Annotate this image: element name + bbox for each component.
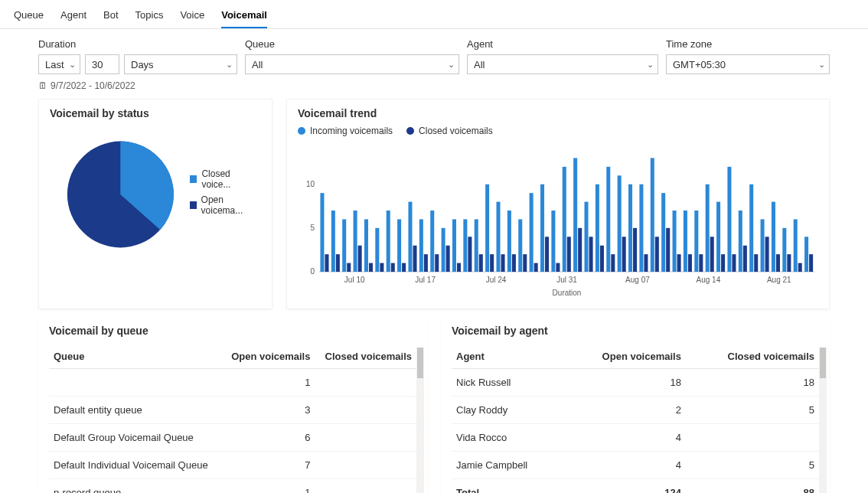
tabbar: Queue Agent Bot Topics Voice Voicemail (0, 0, 868, 29)
svg-rect-66 (655, 237, 659, 272)
svg-rect-78 (721, 254, 725, 272)
table-row[interactable]: Default entity queue3 (49, 397, 416, 424)
queue-table-title: Voicemail by queue (49, 325, 416, 337)
col-queue[interactable]: Queue (49, 344, 222, 369)
svg-rect-29 (452, 219, 456, 272)
svg-rect-20 (402, 263, 406, 272)
svg-rect-75 (706, 184, 710, 272)
legend-closed[interactable]: Closed voice... (190, 168, 261, 190)
agent-label: Agent (467, 38, 658, 50)
svg-rect-64 (644, 254, 648, 272)
svg-rect-54 (589, 237, 593, 272)
col-closed[interactable]: Closed voicemails (686, 344, 819, 369)
svg-rect-22 (413, 246, 416, 272)
total-row: Total12488 (452, 479, 819, 494)
tab-queue[interactable]: Queue (14, 5, 44, 28)
status-legend: Closed voice... Open voicema... (190, 168, 261, 220)
svg-rect-19 (397, 219, 401, 272)
svg-rect-26 (435, 254, 439, 272)
scrollbar-thumb[interactable] (820, 348, 826, 378)
svg-rect-35 (485, 184, 489, 272)
svg-rect-73 (694, 211, 698, 272)
table-row[interactable]: p-record queue1 (49, 479, 416, 494)
table-row[interactable]: Default Group Voicemail Queue6 (49, 424, 416, 452)
queue-label: Queue (245, 38, 459, 50)
filter-bar: Duration Last⌄ 30 Days⌄ Queue All⌄ Agent… (0, 29, 868, 77)
svg-rect-28 (446, 246, 450, 272)
scrollbar[interactable] (416, 348, 424, 493)
swatch-icon (190, 175, 197, 183)
svg-rect-69 (673, 211, 677, 272)
col-open[interactable]: Open voicemails (563, 344, 686, 369)
table-row[interactable]: Vida Rocco4 (452, 424, 819, 452)
queue-select[interactable]: All⌄ (245, 54, 459, 74)
svg-rect-31 (463, 219, 467, 272)
scrollbar[interactable] (819, 348, 827, 493)
svg-rect-42 (523, 254, 527, 272)
col-open[interactable]: Open voicemails (222, 344, 315, 369)
chevron-down-icon: ⌄ (448, 60, 455, 70)
svg-rect-24 (424, 254, 428, 272)
swatch-icon (406, 127, 414, 135)
svg-rect-34 (479, 254, 483, 272)
svg-rect-57 (606, 167, 610, 272)
svg-rect-37 (496, 202, 500, 272)
svg-rect-71 (684, 211, 687, 272)
timezone-label: Time zone (666, 38, 830, 50)
scrollbar-thumb[interactable] (417, 348, 423, 378)
svg-rect-14 (369, 263, 373, 272)
agent-table: Agent Open voicemails Closed voicemails … (452, 344, 819, 493)
svg-text:Jul 31: Jul 31 (556, 276, 577, 284)
table-row[interactable]: Jamie Campbell45 (452, 452, 819, 479)
tab-voicemail[interactable]: Voicemail (221, 5, 267, 28)
svg-rect-15 (375, 228, 379, 272)
chevron-down-icon: ⌄ (818, 60, 825, 70)
svg-rect-17 (387, 211, 390, 272)
legend-open[interactable]: Open voicema... (190, 194, 261, 216)
svg-rect-74 (699, 254, 703, 272)
svg-text:5: 5 (310, 224, 315, 232)
duration-mode-select[interactable]: Last⌄ (38, 54, 80, 74)
legend-closed-trend[interactable]: Closed voicemails (406, 126, 493, 136)
duration-value-input[interactable]: 30 (85, 54, 119, 74)
svg-rect-53 (585, 202, 589, 272)
table-row[interactable]: Clay Roddy25 (452, 397, 819, 424)
svg-rect-39 (507, 211, 511, 272)
svg-rect-56 (600, 246, 604, 272)
queue-table: Queue Open voicemails Closed voicemails … (49, 344, 416, 493)
date-range: 🗓 9/7/2022 - 10/6/2022 (0, 77, 868, 91)
col-closed[interactable]: Closed voicemails (315, 344, 416, 369)
tab-bot[interactable]: Bot (103, 5, 119, 28)
svg-rect-83 (749, 184, 753, 272)
agent-select[interactable]: All⌄ (467, 54, 658, 74)
svg-rect-8 (336, 254, 340, 272)
svg-rect-18 (391, 263, 395, 272)
status-card-title: Voicemail by status (50, 107, 261, 119)
svg-rect-70 (677, 254, 681, 272)
tab-topics[interactable]: Topics (135, 5, 164, 28)
svg-rect-67 (661, 193, 665, 272)
table-row[interactable]: 1 (49, 369, 416, 397)
svg-rect-62 (633, 228, 637, 272)
svg-rect-33 (475, 219, 478, 272)
svg-text:Jul 17: Jul 17 (415, 276, 436, 284)
table-row[interactable]: Nick Russell1818 (452, 369, 819, 397)
svg-rect-63 (639, 184, 643, 272)
svg-text:Duration: Duration (553, 289, 582, 297)
svg-rect-61 (628, 184, 632, 272)
timezone-select[interactable]: GMT+05:30⌄ (666, 54, 830, 74)
tab-voice[interactable]: Voice (180, 5, 204, 28)
svg-rect-68 (666, 228, 670, 272)
table-row[interactable]: Default Individual Voicemail Queue7 (49, 452, 416, 479)
svg-rect-7 (331, 211, 335, 272)
svg-text:Jul 24: Jul 24 (486, 276, 507, 284)
svg-rect-50 (567, 237, 571, 272)
svg-rect-88 (776, 254, 780, 272)
svg-rect-49 (563, 167, 566, 272)
col-agent[interactable]: Agent (452, 344, 563, 369)
duration-unit-select[interactable]: Days⌄ (124, 54, 237, 74)
svg-rect-76 (710, 237, 714, 272)
tab-agent[interactable]: Agent (60, 5, 86, 28)
legend-incoming[interactable]: Incoming voicemails (298, 126, 393, 136)
calendar-icon: 🗓 (38, 80, 47, 91)
